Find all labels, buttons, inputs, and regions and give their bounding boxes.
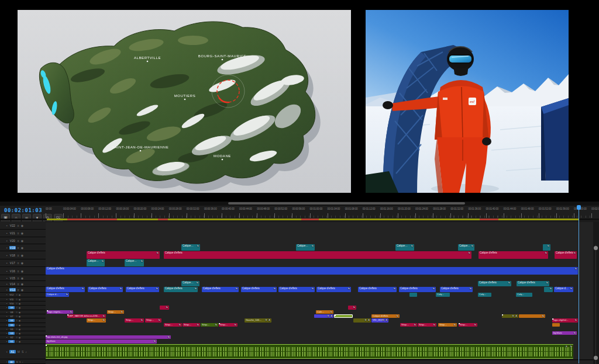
track-lane-V17[interactable]: Calque…fxCalque…fx xyxy=(46,259,593,268)
track-lane-V16[interactable]: Calque d'effetsfx xyxy=(46,267,593,276)
add-marker-icon[interactable]: ▾ xyxy=(33,214,42,222)
track-target-toggle-V12[interactable]: V12 xyxy=(8,293,15,296)
timeline-clip[interactable]: Séqu…fx xyxy=(201,323,218,327)
track-lock-icon[interactable]: ▪ xyxy=(6,350,8,353)
toggle-track-output-eye-icon[interactable]: ◉ xyxy=(19,315,21,318)
track-lane-A1[interactable]: fx≣ xyxy=(46,344,593,360)
timeline-clip[interactable]: Calque d'effetsfx xyxy=(46,267,578,275)
track-target-toggle-V17[interactable]: V17 xyxy=(9,261,16,265)
sync-lock-icon[interactable]: ≡ xyxy=(16,340,17,343)
toggle-track-output-eye-icon[interactable]: ◉ xyxy=(19,306,21,309)
track-target-toggle-V10[interactable]: V10 xyxy=(8,302,15,305)
track-lock-icon[interactable]: ▪ xyxy=(6,336,7,339)
timeline-clip[interactable]: bg blancfx xyxy=(46,339,157,344)
track-lock-icon[interactable]: ▪ xyxy=(6,302,7,305)
track-target-toggle-V1[interactable]: V1 xyxy=(8,340,15,343)
track-lane-V22[interactable] xyxy=(46,222,593,230)
timeline-clip[interactable]: Calque d'effetsfx xyxy=(202,287,239,292)
voiceover-mic-icon[interactable]: ♪ xyxy=(25,350,27,353)
timeline-clip[interactable]: fx≣ xyxy=(46,344,573,359)
track-target-toggle-V6[interactable]: V6 xyxy=(8,319,15,322)
toggle-track-output-eye-icon[interactable]: ◉ xyxy=(19,328,21,331)
playhead-line[interactable] xyxy=(579,209,579,363)
track-lock-icon[interactable]: ▪ xyxy=(6,224,8,227)
track-target-toggle-V20[interactable]: V20 xyxy=(9,239,16,242)
timeline-clip[interactable]: Calque d'effetsfx xyxy=(46,287,85,292)
toggle-track-output-eye-icon[interactable]: ◉ xyxy=(19,340,21,343)
timeline-clip[interactable]: fx xyxy=(348,306,356,310)
timeline-clip[interactable] xyxy=(409,293,417,297)
track-target-toggle-V7[interactable]: V7 xyxy=(8,315,15,318)
track-target-toggle-V13[interactable]: V13 xyxy=(9,288,16,292)
track-target-toggle-A1[interactable]: A1 xyxy=(9,350,16,353)
sync-lock-icon[interactable]: ≡ xyxy=(16,315,17,318)
timeline-clip[interactable]: Calque…fx xyxy=(395,244,414,251)
sync-lock-icon[interactable]: ≡ xyxy=(18,231,19,235)
timeline-clip[interactable]: Cale…fx xyxy=(316,310,333,314)
timeline-clip[interactable]: Calque d'effetsfx xyxy=(164,287,198,292)
track-lock-icon[interactable]: ▪ xyxy=(6,246,8,249)
snap-icon[interactable]: ∩ xyxy=(12,214,20,222)
voiceover-mic-icon[interactable]: ♪ xyxy=(22,360,23,363)
timeline-clip[interactable]: Calque…fx xyxy=(87,259,105,266)
timeline-clip[interactable]: Calque d…fx xyxy=(46,293,69,297)
sync-lock-icon[interactable]: ≡ xyxy=(16,298,17,301)
sync-lock-icon[interactable]: ≡ xyxy=(16,293,17,296)
track-lock-icon[interactable]: ▪ xyxy=(6,332,7,335)
timeline-clip[interactable]: Calque…fx xyxy=(458,244,474,251)
timeline-clip[interactable] xyxy=(552,323,560,327)
timeline-clip[interactable]: Séqu…fx xyxy=(145,318,161,323)
sync-lock-icon[interactable]: ≡ xyxy=(16,306,17,309)
toggle-track-output-eye-icon[interactable]: ◉ xyxy=(21,239,23,242)
track-lock-icon[interactable]: ▪ xyxy=(6,293,7,296)
timeline-clip[interactable]: logo-végétal…fx xyxy=(552,318,578,323)
timeline-clip[interactable]: BA xyxy=(314,314,333,318)
timeline-clip[interactable]: fx xyxy=(544,287,553,292)
track-lock-icon[interactable]: ▪ xyxy=(6,306,7,309)
timeline-clip[interactable]: Calque d…fx xyxy=(554,287,573,292)
sync-lock-icon[interactable]: ≡ xyxy=(18,239,19,242)
sync-lock-icon[interactable]: ≡ xyxy=(16,324,17,327)
toggle-track-output-eye-icon[interactable]: ◉ xyxy=(19,293,21,296)
track-target-toggle-V2[interactable]: V2 xyxy=(8,336,15,339)
playhead-handle[interactable] xyxy=(577,205,581,210)
track-lock-icon[interactable]: ▪ xyxy=(6,239,8,242)
track-lock-icon[interactable]: ▪ xyxy=(6,328,7,331)
timeline-clip[interactable]: Calq… xyxy=(478,293,491,297)
mute-button[interactable]: M xyxy=(16,360,18,363)
timeline-clip[interactable]: Séqu…fx xyxy=(87,318,106,323)
track-target-toggle-V3[interactable]: V3 xyxy=(8,332,15,335)
timeline-clip[interactable]: BA xyxy=(353,318,371,323)
timeline-clip[interactable]: Calq… xyxy=(436,293,450,297)
sync-lock-icon[interactable]: ≡ xyxy=(16,328,17,331)
track-target-toggle-V15[interactable]: V15 xyxy=(9,276,16,280)
timeline-clip[interactable]: Calque d'effetsfx xyxy=(555,251,577,259)
timeline-clip[interactable]: Séqu…fx xyxy=(400,323,417,327)
horizontal-scrollbar-handle[interactable] xyxy=(228,202,465,204)
toggle-track-output-eye-icon[interactable]: ◉ xyxy=(21,276,23,280)
track-target-toggle-A2[interactable]: A2 xyxy=(8,360,15,363)
timeline-clip[interactable]: Séqu…fx xyxy=(418,323,436,327)
timeline-tracks-area[interactable]: ▪V22≡◉▪V21≡◉▪V20≡◉▪V19≡◉Calque…fxCalque…… xyxy=(0,221,599,364)
track-lock-icon[interactable]: ▪ xyxy=(6,360,7,363)
sync-lock-icon[interactable]: ≡ xyxy=(18,224,19,227)
track-lock-icon[interactable]: ▪ xyxy=(6,315,7,318)
timeline-clip[interactable]: Séqu…fx xyxy=(459,323,477,327)
timeline-clip[interactable]: Calque…fx xyxy=(125,259,144,266)
sync-lock-icon[interactable]: ≡ xyxy=(16,332,17,335)
timeline-clip[interactable]: Calque d'effetsfx xyxy=(358,287,397,292)
timeline-clip[interactable]: bg blancfx xyxy=(552,331,577,335)
scrollbar-knob[interactable] xyxy=(594,246,598,250)
timeline-clip[interactable]: Calque…fx xyxy=(181,244,200,251)
track-lock-icon[interactable]: ▪ xyxy=(6,288,8,292)
timeline-clip[interactable]: Calque d'effetsfx xyxy=(478,281,511,286)
toggle-track-output-eye-icon[interactable]: ◉ xyxy=(21,282,23,286)
timeline-clip[interactable] xyxy=(334,314,353,318)
track-lock-icon[interactable]: ▪ xyxy=(6,298,7,301)
toggle-track-output-eye-icon[interactable]: ◉ xyxy=(21,224,23,227)
timeline-clip[interactable]: Calque d'effetsfx xyxy=(517,281,549,286)
track-lock-icon[interactable]: ▪ xyxy=(6,269,8,273)
timeline-clip[interactable]: Calque…fx xyxy=(181,281,199,286)
timeline-clip[interactable]: Gauche_144…BA xyxy=(245,318,271,323)
playhead-timecode[interactable]: 00:02:01:03 xyxy=(4,207,42,213)
